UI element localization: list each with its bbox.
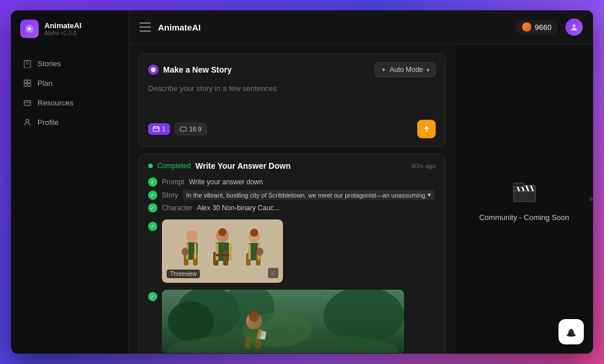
expand-icon[interactable]: ⤢ xyxy=(268,268,278,278)
user-icon xyxy=(22,117,32,127)
sidebar-item-plan[interactable]: Plan xyxy=(16,74,124,92)
prompt-check-icon: ✓ xyxy=(148,177,157,187)
svg-rect-35 xyxy=(216,254,229,256)
svg-rect-66 xyxy=(514,183,524,187)
svg-point-37 xyxy=(250,229,258,237)
main-area: AnimateAI 9660 xyxy=(129,10,593,354)
logo-text: AnimateAI Alpha v1.0.0 xyxy=(44,21,81,36)
scene-row: ✓ xyxy=(139,290,445,354)
grid-icon xyxy=(22,78,32,88)
story-card: Completed Write Your Answer Down 40m ago… xyxy=(138,154,446,354)
svg-point-13 xyxy=(573,24,576,27)
auto-mode-button[interactable]: ✦ Auto Mode ▾ xyxy=(375,62,436,77)
right-panel: Community - Coming Soon xyxy=(455,44,593,354)
story-status: Completed Write Your Answer Down xyxy=(148,161,290,170)
status-label: Completed xyxy=(157,162,191,170)
sidebar-toggle-button[interactable] xyxy=(139,22,151,32)
sidebar-resources-label: Resources xyxy=(37,98,73,107)
status-dot xyxy=(148,164,153,168)
scene-svg xyxy=(162,290,404,353)
topbar: AnimateAI 9660 xyxy=(129,10,593,44)
svg-rect-15 xyxy=(153,127,159,131)
app-container: AnimateAI Alpha v1.0.0 Stories xyxy=(11,10,593,354)
svg-rect-8 xyxy=(24,101,31,105)
story-feed: Make a New Story ✦ Auto Mode ▾ xyxy=(129,44,455,354)
scene-check-icon: ✓ xyxy=(148,292,157,301)
story-chevron-icon: ▾ xyxy=(428,191,431,199)
divider-dot xyxy=(590,198,593,201)
svg-point-21 xyxy=(186,230,198,243)
character-check-icon: ✓ xyxy=(148,203,157,213)
new-story-title: Make a New Story xyxy=(148,65,232,75)
sidebar-profile-label: Profile xyxy=(37,118,59,127)
svg-point-46 xyxy=(168,301,214,342)
story-detail-label: Story xyxy=(162,191,178,199)
scene-count-badge: 1 xyxy=(148,123,170,135)
svg-point-27 xyxy=(182,248,188,256)
aspect-ratio-value: 16:9 xyxy=(189,126,201,132)
new-story-header: Make a New Story ✦ Auto Mode ▾ xyxy=(148,62,436,77)
svg-rect-41 xyxy=(248,244,251,260)
sidebar-item-resources[interactable]: Resources xyxy=(16,93,124,112)
svg-rect-33 xyxy=(216,243,218,260)
character-threeview-row: ✓ xyxy=(139,219,445,290)
prompt-detail-row: ✓ Prompt Write your answer down xyxy=(148,177,436,187)
svg-point-68 xyxy=(569,330,573,332)
svg-point-12 xyxy=(26,119,29,122)
resource-icon xyxy=(22,98,32,107)
auto-mode-label: Auto Mode xyxy=(390,66,423,74)
toggle-line-2 xyxy=(139,26,151,28)
user-avatar[interactable] xyxy=(565,18,583,36)
sidebar-nav: Stories Plan xyxy=(11,50,129,136)
page-title: AnimateAI xyxy=(158,22,508,32)
toggle-line-3 xyxy=(139,31,151,32)
sidebar-logo: AnimateAI Alpha v1.0.0 xyxy=(11,10,129,50)
svg-rect-7 xyxy=(28,84,31,86)
coin-icon xyxy=(522,22,531,32)
credits-value: 9660 xyxy=(535,23,552,32)
svg-rect-4 xyxy=(24,80,27,83)
story-details: ✓ Prompt Write your answer down ✓ Story … xyxy=(139,177,445,219)
svg-point-43 xyxy=(256,248,263,256)
story-input[interactable] xyxy=(148,84,436,112)
story-dropdown[interactable]: In the vibrant, bustling city of Scribbl… xyxy=(183,190,435,200)
svg-rect-32 xyxy=(223,252,228,266)
content-row: Make a New Story ✦ Auto Mode ▾ xyxy=(129,44,593,354)
sidebar-item-profile[interactable]: Profile xyxy=(16,113,124,131)
svg-rect-34 xyxy=(229,243,232,260)
logo-icon xyxy=(20,20,39,38)
character-value: Alex 30 Non-binary Cauc... xyxy=(197,204,280,212)
story-card-header: Completed Write Your Answer Down 40m ago xyxy=(139,154,445,177)
svg-point-59 xyxy=(243,313,312,347)
story-card-title: Write Your Answer Down xyxy=(195,161,290,170)
bottom-right-button[interactable] xyxy=(558,319,584,344)
submit-story-button[interactable] xyxy=(417,120,436,138)
svg-rect-18 xyxy=(157,126,158,127)
sidebar-plan-label: Plan xyxy=(37,79,52,88)
sidebar-stories-label: Stories xyxy=(37,59,61,68)
new-story-panel: Make a New Story ✦ Auto Mode ▾ xyxy=(138,54,446,147)
scene-image xyxy=(162,290,404,353)
character-label: Character xyxy=(162,204,192,212)
character-detail-row: ✓ Character Alex 30 Non-binary Cauc... xyxy=(148,203,436,213)
story-detail-row: ✓ Story In the vibrant, bustling city of… xyxy=(148,190,436,200)
story-sparkle-icon xyxy=(148,65,158,75)
book-icon xyxy=(22,59,32,68)
svg-point-14 xyxy=(151,67,156,72)
story-detail-value: In the vibrant, bustling city of Scribbl… xyxy=(186,192,425,199)
app-version: Alpha v1.0.0 xyxy=(44,30,81,36)
svg-point-29 xyxy=(218,228,226,236)
app-name: AnimateAI xyxy=(44,21,81,30)
auto-mode-icon: ✦ xyxy=(381,66,386,74)
story-actions: 1 16:9 xyxy=(148,120,436,138)
character-threeview-image: Threeview ⤢ xyxy=(162,219,283,283)
clapperboard-icon xyxy=(510,176,539,205)
sidebar: AnimateAI Alpha v1.0.0 Stories xyxy=(11,10,129,354)
aspect-ratio-badge: 16:9 xyxy=(175,123,206,135)
svg-rect-19 xyxy=(180,127,186,131)
threeview-check-icon: ✓ xyxy=(148,222,157,231)
prompt-label: Prompt xyxy=(162,178,184,186)
sidebar-item-stories[interactable]: Stories xyxy=(16,54,124,73)
svg-rect-26 xyxy=(194,243,197,259)
threeview-label: Threeview xyxy=(167,270,200,278)
